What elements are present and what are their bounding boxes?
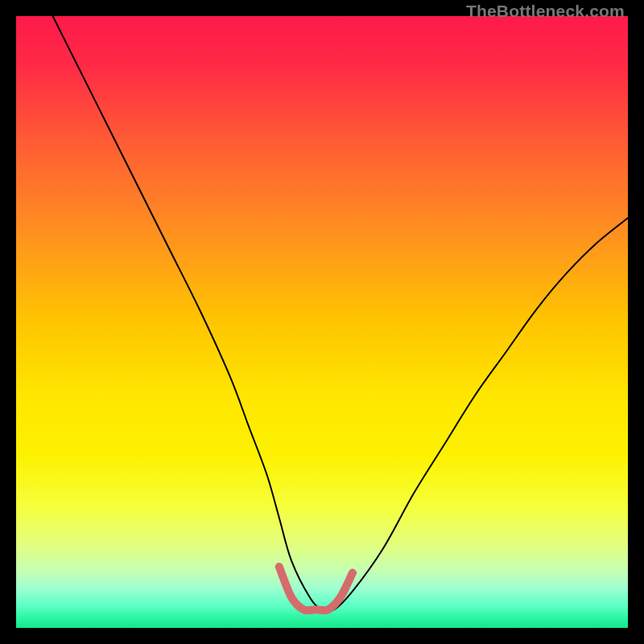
chart-frame: TheBottleneck.com bbox=[0, 0, 644, 644]
plot-area bbox=[16, 16, 628, 628]
curves-layer bbox=[16, 16, 628, 628]
watermark-text: TheBottleneck.com bbox=[466, 2, 625, 21]
bottleneck-curve bbox=[53, 16, 628, 612]
